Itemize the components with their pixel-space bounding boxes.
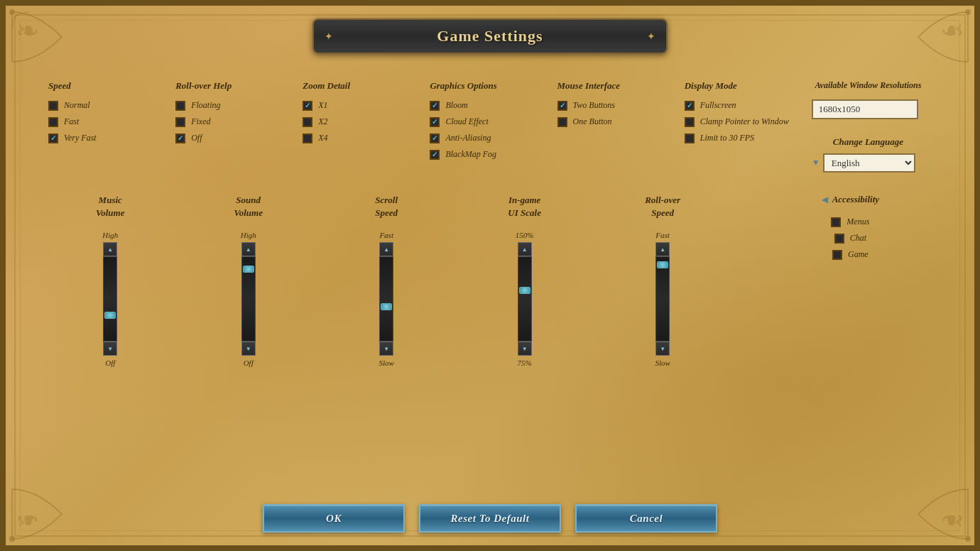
uiscale-slider-track[interactable] <box>518 256 532 342</box>
scroll-slider-track[interactable] <box>379 256 393 342</box>
rollspeed-slider-track[interactable] <box>655 256 670 342</box>
sound-down-arrow[interactable] <box>241 342 256 356</box>
mouse-section: Mouse Interface Two Buttons One Button <box>550 80 677 133</box>
rollover-speed-label: Roll-overSpeed <box>645 194 680 219</box>
uiscale-slider-track-wrap: 150% 75% <box>462 231 586 367</box>
music-top-label: High <box>102 231 118 239</box>
corner-ornament-tl: ❧ <box>9 9 65 65</box>
display-fps-label: Limit to 30 FPS <box>700 133 754 143</box>
scroll-speed-label: ScrollSpeed <box>375 194 398 219</box>
svg-point-2 <box>965 9 971 15</box>
sound-bottom-label: Off <box>244 359 254 367</box>
language-select-wrap: ▼ English French German Spanish Italian <box>812 153 925 173</box>
rollover-off-item: Off <box>175 133 288 143</box>
cancel-button[interactable]: Cancel <box>575 504 717 533</box>
language-select[interactable]: English French German Spanish Italian <box>823 153 915 173</box>
reset-button[interactable]: Reset To Default <box>419 504 561 533</box>
mouse-one-checkbox[interactable] <box>557 117 567 127</box>
ok-button[interactable]: OK <box>263 504 405 533</box>
sound-up-arrow[interactable] <box>241 242 256 256</box>
speed-vfast-item: Very Fast <box>48 133 161 143</box>
speed-label: Speed <box>48 80 161 92</box>
mouse-two-checkbox[interactable] <box>557 101 567 111</box>
corner-ornament-tr: ❧ <box>915 9 971 65</box>
svg-point-6 <box>965 536 971 542</box>
music-down-arrow[interactable] <box>103 342 117 356</box>
uiscale-top-label: 150% <box>516 231 534 239</box>
display-fps-checkbox[interactable] <box>685 133 695 143</box>
speed-normal-item: Normal <box>48 100 161 111</box>
rollover-fixed-checkbox[interactable] <box>175 117 185 127</box>
speed-fast-checkbox[interactable] <box>48 117 58 127</box>
uiscale-up-arrow[interactable] <box>518 242 532 256</box>
rollover-off-checkbox[interactable] <box>175 133 185 143</box>
graphics-blackmap-checkbox[interactable] <box>430 150 440 160</box>
uiscale-slider-thumb[interactable] <box>519 287 530 294</box>
scroll-down-arrow[interactable] <box>379 342 393 356</box>
music-up-arrow[interactable] <box>103 242 117 256</box>
zoom-x1-checkbox[interactable] <box>303 101 312 111</box>
display-fps-item: Limit to 30 FPS <box>685 133 797 143</box>
rollspeed-up-arrow[interactable] <box>655 242 670 256</box>
lang-arrow-icon: ▼ <box>812 158 820 168</box>
zoom-x2-checkbox[interactable] <box>303 117 312 127</box>
access-game-item: Game <box>832 249 869 260</box>
rollover-fixed-label: Fixed <box>191 116 210 127</box>
zoom-x1-item: X1 <box>303 100 415 111</box>
zoom-x2-item: X2 <box>303 116 415 127</box>
graphics-cloud-item: Cloud Effect <box>430 116 543 127</box>
uiscale-down-arrow[interactable] <box>518 342 532 356</box>
ui-scale-label: In-gameUI Scale <box>508 194 541 219</box>
display-clamp-label: Clamp Pointer to Window <box>700 116 789 127</box>
speed-normal-label: Normal <box>64 100 90 111</box>
zoom-x2-label: X2 <box>318 116 327 127</box>
display-clamp-item: Clamp Pointer to Window <box>685 116 797 127</box>
speed-normal-checkbox[interactable] <box>48 101 58 111</box>
ui-scale-slider: 150% 75% <box>462 231 586 367</box>
resolution-input[interactable] <box>812 99 918 119</box>
access-arrow-icon: ◀ <box>822 195 828 205</box>
graphics-cloud-checkbox[interactable] <box>430 117 440 127</box>
sound-slider-thumb[interactable] <box>243 266 254 273</box>
access-chat-checkbox[interactable] <box>834 234 844 244</box>
scroll-speed-slider: Fast Slow <box>325 231 448 367</box>
scroll-slider-thumb[interactable] <box>381 303 392 310</box>
rollspeed-slider-thumb[interactable] <box>657 261 668 268</box>
sound-volume-section: SoundVolume High Off <box>179 194 317 367</box>
rollover-help-label: Roll-over Help <box>175 80 288 92</box>
top-settings-row: Speed Normal Fast Very Fast Roll-over He… <box>48 80 932 173</box>
scroll-bottom-label: Slow <box>379 359 393 367</box>
speed-vfast-checkbox[interactable] <box>48 133 58 143</box>
music-slider-track[interactable] <box>103 256 117 342</box>
svg-point-0 <box>9 9 15 15</box>
access-game-checkbox[interactable] <box>832 250 842 260</box>
graphics-aa-checkbox[interactable] <box>430 133 440 143</box>
title-text: Game Settings <box>437 27 543 45</box>
sound-top-label: High <box>241 231 256 239</box>
mouse-two-label: Two Buttons <box>573 100 615 111</box>
graphics-bloom-checkbox[interactable] <box>430 101 440 111</box>
graphics-bloom-item: Bloom <box>430 100 543 111</box>
graphics-section: Graphics Options Bloom Cloud Effect Anti… <box>423 80 550 165</box>
display-fullscreen-checkbox[interactable] <box>685 101 695 111</box>
scroll-slider-track-wrap: Fast Slow <box>325 231 448 367</box>
rollspeed-bottom-label: Slow <box>655 359 670 367</box>
rollspeed-down-arrow[interactable] <box>655 342 670 356</box>
access-menus-checkbox[interactable] <box>831 217 841 227</box>
speed-section: Speed Normal Fast Very Fast <box>48 80 168 149</box>
sound-slider-track[interactable] <box>241 256 256 342</box>
rollover-floating-checkbox[interactable] <box>175 101 185 111</box>
mouse-label: Mouse Interface <box>557 80 670 92</box>
music-slider-thumb[interactable] <box>104 312 116 319</box>
resolution-label: Available Window Resolutions <box>812 80 925 91</box>
graphics-cloud-label: Cloud Effect <box>445 116 488 127</box>
scroll-up-arrow[interactable] <box>379 242 393 256</box>
speed-vfast-label: Very Fast <box>64 133 97 143</box>
svg-text:❧: ❧ <box>16 15 40 47</box>
zoom-x4-checkbox[interactable] <box>303 133 312 143</box>
display-fullscreen-label: Fullscreen <box>700 100 736 111</box>
display-clamp-checkbox[interactable] <box>685 117 695 127</box>
svg-point-4 <box>9 536 15 542</box>
access-game-label: Game <box>848 249 869 260</box>
rollspeed-slider-track-wrap: Fast Slow <box>601 231 724 367</box>
